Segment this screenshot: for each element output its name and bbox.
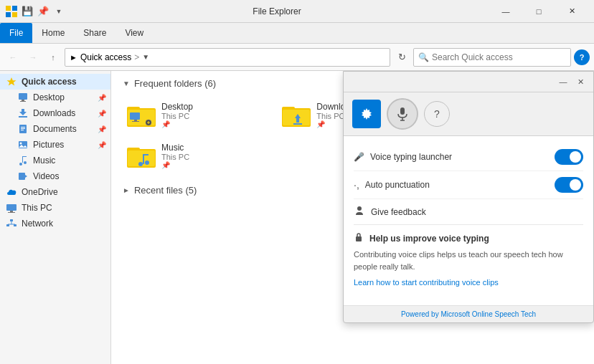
voice-mic-button[interactable] <box>387 98 418 130</box>
sidebar-label-quick-access: Quick access <box>22 77 77 87</box>
voice-improve-title: Help us improve voice typing <box>354 232 583 244</box>
svg-rect-5 <box>19 93 27 100</box>
svg-marker-22 <box>25 175 27 178</box>
sidebar-item-downloads[interactable]: Downloads 📌 <box>0 105 110 121</box>
voice-typing-launcher-label: 🎤 Voice typing launcher <box>354 152 452 162</box>
svg-point-15 <box>20 143 22 145</box>
svg-point-18 <box>24 161 27 164</box>
svg-rect-13 <box>21 130 24 130</box>
sidebar-item-this-pc[interactable]: This PC <box>0 200 110 216</box>
main-area: Quick access Desktop 📌 Downloads <box>0 71 594 364</box>
svg-rect-65 <box>356 236 362 241</box>
voice-improve-section: Help us improve voice typing Contributin… <box>354 224 583 298</box>
svg-point-59 <box>145 161 149 165</box>
svg-marker-4 <box>7 77 16 86</box>
svg-rect-19 <box>22 156 23 163</box>
svg-rect-20 <box>22 156 27 157</box>
svg-rect-37 <box>132 121 139 122</box>
help-button[interactable]: ? <box>574 49 590 65</box>
folder-desktop[interactable]: Desktop This PC 📌 <box>123 97 272 133</box>
folder-desktop-info: Desktop This PC 📌 <box>161 102 193 128</box>
microphone-small-icon: 🎤 <box>354 152 364 162</box>
close-button[interactable]: ✕ <box>555 0 588 23</box>
sidebar: Quick access Desktop 📌 Downloads <box>0 71 111 364</box>
tab-file[interactable]: File <box>0 23 32 43</box>
address-bar: ← → ↑ ► Quick access > ▼ ↻ 🔍 ? <box>0 44 594 71</box>
folder-desktop-name: Desktop <box>161 102 193 112</box>
pin-dot-icon: 📌 <box>98 94 106 102</box>
title-bar: 💾 📌 ▼ File Explorer — □ ✕ <box>0 0 594 23</box>
sidebar-label-documents: Documents <box>33 124 77 134</box>
down-arrow-icon[interactable]: ▼ <box>53 6 65 17</box>
svg-rect-61 <box>400 107 405 115</box>
up-button[interactable]: ↑ <box>44 49 62 66</box>
voice-close-button[interactable]: ✕ <box>573 75 588 89</box>
svg-rect-9 <box>19 116 27 118</box>
svg-rect-58 <box>143 154 148 155</box>
pictures-icon <box>17 139 29 150</box>
refresh-button[interactable]: ↻ <box>393 49 410 66</box>
this-pc-icon <box>6 202 17 214</box>
search-input[interactable] <box>432 52 566 62</box>
svg-rect-25 <box>8 212 15 213</box>
sidebar-item-videos[interactable]: Videos <box>0 168 110 184</box>
auto-punctuation-toggle[interactable] <box>555 177 583 193</box>
videos-icon <box>17 171 29 182</box>
voice-improve-desc: Contributing voice clips helps us teach … <box>354 249 583 272</box>
folder-desktop-icon <box>127 102 156 128</box>
path-dropdown[interactable]: ▼ <box>142 53 149 61</box>
forward-button[interactable]: → <box>24 49 42 66</box>
auto-punctuation-label: ·, Auto punctuation <box>354 179 430 191</box>
svg-rect-12 <box>21 128 25 129</box>
search-icon: 🔍 <box>418 52 429 62</box>
collapse-arrow-icon: ▼ <box>123 80 130 87</box>
save-icon[interactable]: 💾 <box>22 6 33 17</box>
title-bar-icons: 💾 📌 ▼ <box>6 6 65 17</box>
sidebar-item-desktop[interactable]: Desktop 📌 <box>0 90 110 105</box>
address-path[interactable]: ► Quick access > ▼ <box>65 48 390 67</box>
voice-improve-link[interactable]: Learn how to start contributing voice cl… <box>354 278 583 287</box>
svg-marker-8 <box>19 109 27 115</box>
maximize-button[interactable]: □ <box>522 0 555 23</box>
search-box[interactable]: 🔍 <box>413 48 571 67</box>
pin-dot-pictures-icon: 📌 <box>98 141 106 149</box>
svg-rect-26 <box>10 219 13 221</box>
tab-share[interactable]: Share <box>74 23 116 43</box>
voice-typing-launcher-row: 🎤 Voice typing launcher <box>354 143 583 171</box>
sidebar-item-music[interactable]: Music <box>0 153 110 168</box>
voice-minimize-button[interactable]: — <box>556 75 570 89</box>
svg-point-17 <box>19 163 22 166</box>
back-button[interactable]: ← <box>4 49 22 66</box>
folder-music-info: Music This PC 📌 <box>161 143 189 169</box>
svg-rect-45 <box>293 123 302 125</box>
cloud-icon <box>6 186 17 198</box>
svg-rect-57 <box>143 154 144 164</box>
tab-home[interactable]: Home <box>32 23 74 43</box>
sidebar-item-documents[interactable]: Documents 📌 <box>0 121 110 137</box>
pin-icon[interactable]: 📌 <box>37 6 49 17</box>
minimize-button[interactable]: — <box>489 0 522 23</box>
sidebar-item-pictures[interactable]: Pictures 📌 <box>0 137 110 153</box>
path-separator: > <box>134 52 139 62</box>
svg-rect-0 <box>6 6 11 11</box>
svg-rect-11 <box>21 127 25 128</box>
voice-settings-button[interactable] <box>352 100 381 128</box>
svg-rect-7 <box>20 101 26 102</box>
sidebar-item-network[interactable]: Network <box>0 216 110 231</box>
voice-help-button[interactable]: ? <box>424 101 450 127</box>
sidebar-item-quick-access[interactable]: Quick access <box>0 74 110 90</box>
sidebar-item-onedrive[interactable]: OneDrive <box>0 184 110 200</box>
punctuation-icon: ·, <box>354 179 359 191</box>
voice-powered-by[interactable]: Powered by Microsoft Online Speech Tech <box>344 305 593 322</box>
give-feedback-row[interactable]: Give feedback <box>354 199 583 224</box>
voice-typing-launcher-toggle[interactable] <box>555 149 583 165</box>
content-area: ▼ Frequent folders (6) Desktop <box>111 71 594 364</box>
network-icon <box>6 218 17 229</box>
folder-music[interactable]: Music This PC 📌 <box>123 138 272 173</box>
sidebar-label-downloads: Downloads <box>33 108 75 118</box>
tab-view[interactable]: View <box>116 23 153 43</box>
music-icon <box>17 155 29 166</box>
svg-rect-21 <box>19 173 25 180</box>
document-icon <box>17 123 29 135</box>
feedback-icon <box>354 205 365 219</box>
